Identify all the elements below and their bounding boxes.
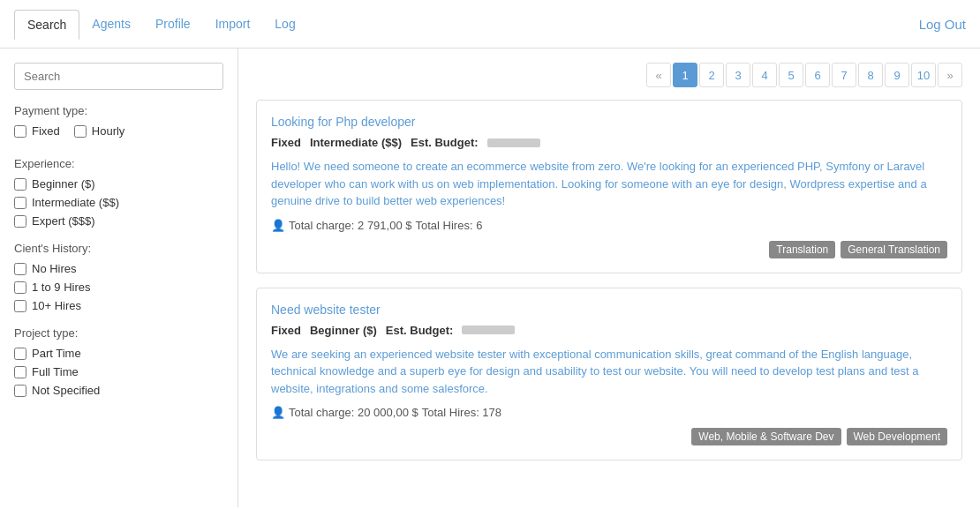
job-budget-label-1: Est. Budget: (386, 324, 454, 337)
job-card-0: Looking for Php developer Fixed Intermed… (256, 100, 962, 273)
tags-row-1: Web, Mobile & Software Dev Web Developme… (271, 428, 947, 445)
beginner-checkbox[interactable] (14, 178, 26, 191)
1-9-hires-row: 1 to 9 Hires (14, 281, 223, 294)
tab-log[interactable]: Log (262, 10, 307, 38)
payment-type-label: Payment type: (14, 104, 223, 117)
hourly-checkbox[interactable] (74, 125, 87, 138)
not-specified-row: Not Specified (14, 384, 223, 397)
job-payment-1: Fixed (271, 324, 301, 337)
client-history-label: Cient's History: (14, 242, 223, 255)
page-1-button[interactable]: 1 (673, 63, 697, 87)
job-desc-0: Hello! We need someone to create an ecom… (271, 158, 947, 210)
project-type-label: Project type: (14, 326, 223, 340)
page-7-button[interactable]: 7 (832, 63, 856, 87)
exp-beginner-row: Beginner ($) (14, 177, 223, 191)
page-3-button[interactable]: 3 (726, 63, 750, 87)
fixed-checkbox[interactable] (14, 125, 26, 138)
full-time-label[interactable]: Full Time (32, 365, 79, 378)
1-9-hires-checkbox[interactable] (14, 281, 26, 294)
person-icon-1: 👤 (271, 406, 285, 419)
total-hires-1: Total Hires: 178 (422, 406, 501, 419)
part-time-label[interactable]: Part Time (32, 347, 81, 360)
total-charge-1: Total charge: 20 000,00 $ (289, 406, 418, 419)
exp-expert-row: Expert ($$$) (14, 214, 223, 228)
page-4-button[interactable]: 4 (752, 63, 777, 87)
client-history-filter: Cient's History: No Hires 1 to 9 Hires 1… (14, 242, 223, 312)
job-stats-0: 👤 Total charge: 2 791,00 $ Total Hires: … (271, 219, 947, 232)
pagination: « 1 2 3 4 5 6 7 8 9 10 » (256, 63, 962, 87)
fixed-label[interactable]: Fixed (32, 124, 60, 138)
beginner-label[interactable]: Beginner ($) (32, 177, 95, 191)
page-8-button[interactable]: 8 (858, 63, 883, 87)
full-time-checkbox[interactable] (14, 366, 26, 378)
page-5-button[interactable]: 5 (779, 63, 803, 87)
expert-label[interactable]: Expert ($$$) (32, 214, 95, 228)
tag-0-0: Translation (769, 241, 835, 258)
exp-intermediate-row: Intermediate ($$) (14, 196, 223, 209)
intermediate-label[interactable]: Intermediate ($$) (32, 196, 119, 209)
person-icon-0: 👤 (271, 219, 285, 232)
10plus-hires-label[interactable]: 10+ Hires (32, 299, 81, 312)
project-type-filter: Project type: Part Time Full Time Not Sp… (14, 326, 223, 397)
job-payment-0: Fixed (271, 136, 301, 149)
tag-0-1: General Translation (841, 241, 947, 258)
1-9-hires-label[interactable]: 1 to 9 Hires (32, 281, 90, 294)
10plus-hires-row: 10+ Hires (14, 299, 223, 312)
job-meta-1: Fixed Beginner ($) Est. Budget: (271, 324, 947, 337)
tag-1-0: Web, Mobile & Software Dev (691, 428, 841, 445)
search-input[interactable] (14, 63, 223, 90)
content-area: « 1 2 3 4 5 6 7 8 9 10 » Looking for Php… (238, 49, 980, 507)
tab-agents[interactable]: Agents (79, 10, 143, 38)
tab-search[interactable]: Search (14, 10, 79, 40)
job-budget-label-0: Est. Budget: (411, 136, 479, 149)
main-container: Payment type: Fixed Hourly Experience: B… (0, 49, 980, 507)
tag-1-1: Web Development (847, 428, 948, 445)
not-specified-label[interactable]: Not Specified (32, 384, 100, 397)
payment-type-filter: Payment type: Fixed Hourly (14, 104, 223, 143)
job-title-1[interactable]: Need website tester (271, 303, 947, 317)
payment-fixed-row: Fixed (14, 124, 60, 138)
hourly-label[interactable]: Hourly (92, 124, 125, 138)
page-9-button[interactable]: 9 (885, 63, 909, 87)
tab-profile[interactable]: Profile (143, 10, 203, 38)
tab-import[interactable]: Import (203, 10, 263, 38)
no-hires-checkbox[interactable] (14, 263, 26, 275)
experience-label: Experience: (14, 157, 223, 170)
prev-page-button[interactable]: « (646, 63, 671, 87)
job-level-1: Beginner ($) (310, 324, 377, 337)
sidebar: Payment type: Fixed Hourly Experience: B… (0, 49, 238, 507)
budget-bar-1 (462, 326, 515, 334)
experience-filter: Experience: Beginner ($) Intermediate ($… (14, 157, 223, 228)
total-charge-0: Total charge: 2 791,00 $ (289, 219, 412, 232)
page-6-button[interactable]: 6 (805, 63, 830, 87)
part-time-checkbox[interactable] (14, 348, 26, 360)
job-card-1: Need website tester Fixed Beginner ($) E… (256, 288, 962, 461)
job-level-0: Intermediate ($$) (310, 136, 402, 149)
nav-tabs: Search Agents Profile Import Log (14, 10, 308, 39)
payment-hourly-row: Hourly (74, 124, 125, 138)
page-2-button[interactable]: 2 (699, 63, 724, 87)
part-time-row: Part Time (14, 347, 223, 360)
budget-bar-0 (487, 138, 540, 147)
no-hires-label[interactable]: No Hires (32, 262, 77, 275)
expert-checkbox[interactable] (14, 215, 26, 228)
no-hires-row: No Hires (14, 262, 223, 275)
intermediate-checkbox[interactable] (14, 197, 26, 209)
job-meta-0: Fixed Intermediate ($$) Est. Budget: (271, 136, 947, 149)
job-title-0[interactable]: Looking for Php developer (271, 115, 947, 129)
payment-options: Fixed Hourly (14, 124, 223, 143)
logout-button[interactable]: Log Out (919, 17, 966, 32)
10plus-hires-checkbox[interactable] (14, 300, 26, 312)
job-desc-1: We are seeking an experienced website te… (271, 346, 947, 398)
total-hires-0: Total Hires: 6 (416, 219, 483, 232)
next-page-button[interactable]: » (938, 63, 962, 87)
top-nav: Search Agents Profile Import Log Log Out (0, 0, 980, 49)
full-time-row: Full Time (14, 365, 223, 378)
page-10-button[interactable]: 10 (911, 63, 936, 87)
job-stats-1: 👤 Total charge: 20 000,00 $ Total Hires:… (271, 406, 947, 419)
tags-row-0: Translation General Translation (271, 241, 947, 258)
not-specified-checkbox[interactable] (14, 385, 26, 397)
